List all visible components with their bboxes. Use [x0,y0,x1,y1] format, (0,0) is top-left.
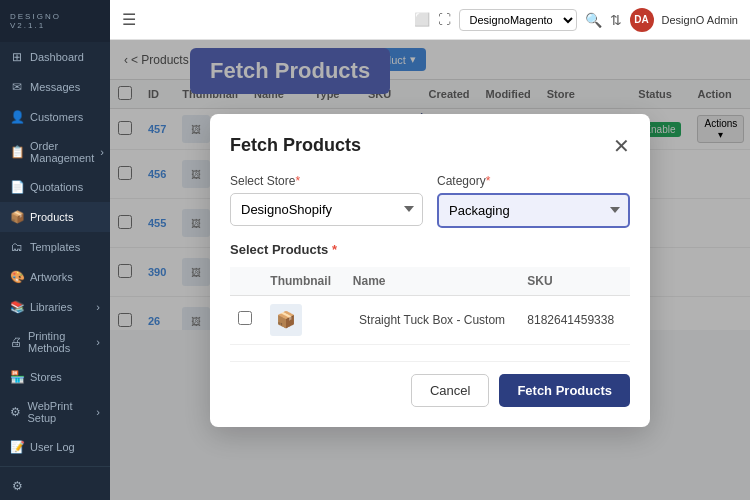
sidebar-item-user-log[interactable]: 📝 User Log [0,432,110,462]
modal-store-label: Select Store* [230,174,423,188]
fetch-products-modal: Fetch Products ✕ Select Store* DesignoSh… [210,114,650,427]
sidebar-item-customers[interactable]: 👤 Customers [0,102,110,132]
sidebar-item-label: Stores [30,371,62,383]
user-log-icon: 📝 [10,440,24,454]
sidebar-item-label: Dashboard [30,51,84,63]
sidebar-item-products[interactable]: 📦 Products [0,202,110,232]
modal-product-row: 📦 Straight Tuck Box - Custom 81826414593… [230,295,630,344]
messages-icon: ✉ [10,80,24,94]
sidebar-item-label: Products [30,211,73,223]
products-icon: 📦 [10,210,24,224]
modal-store-select[interactable]: DesignoShopify DesignoMagento [230,193,423,226]
chevron-right-icon: › [100,146,104,158]
sidebar-settings[interactable]: ⚙ [0,471,110,500]
modal-store-category-row: Select Store* DesignoShopify DesignoMage… [230,174,630,228]
templates-icon: 🗂 [10,240,24,254]
app-name: DESIGNO [10,12,100,21]
modal-row-checkbox-cell [230,295,262,344]
settings-icon: ⚙ [10,479,24,493]
chevron-right-icon: › [96,301,100,313]
store-required: * [295,174,300,188]
modal-store-field: Select Store* DesignoShopify DesignoMage… [230,174,423,228]
category-required: * [486,174,491,188]
chevron-right-icon: › [96,336,100,348]
sidebar-item-label: Messages [30,81,80,93]
modal-row-sku: 8182641459338 [519,295,630,344]
sidebar-item-label: User Log [30,441,75,453]
sidebar-item-label: Customers [30,111,83,123]
modal-products-table: Thumbnail Name SKU 📦 Straight Tuck Box -… [230,267,630,345]
admin-avatar: DA [630,8,654,32]
chevron-right-icon: › [96,406,100,418]
expand-icon[interactable]: ⬜ [414,12,430,27]
order-management-icon: 📋 [10,145,24,159]
sidebar-divider [0,466,110,467]
topbar-search-icon[interactable]: 🔍 [585,12,602,28]
sidebar-item-dashboard[interactable]: ⊞ Dashboard [0,42,110,72]
main-content: ☰ ⬜ ⛶ DesignoMagento DesignoShopify 🔍 ⇅ … [110,0,750,500]
app-version: V2.1.1 [10,21,100,30]
modal-category-field: Category* Packaging Business Cards Banne… [437,174,630,228]
sidebar-item-quotations[interactable]: 📄 Quotations [0,172,110,202]
sidebar-item-label: Order Management [30,140,94,164]
sidebar-item-libraries[interactable]: 📚 Libraries › [0,292,110,322]
modal-row-thumbnail: 📦 [262,295,345,344]
modal-header: Fetch Products ✕ [230,134,630,158]
sidebar-item-label: Printing Methods [28,330,90,354]
sidebar-item-label: WebPrint Setup [27,400,90,424]
modal-row-checkbox[interactable] [238,311,252,325]
sidebar-item-printing-methods[interactable]: 🖨 Printing Methods › [0,322,110,362]
sidebar-item-label: Artworks [30,271,73,283]
modal-close-button[interactable]: ✕ [613,134,630,158]
topbar-left: ☰ [122,10,136,29]
sidebar-item-templates[interactable]: 🗂 Templates [0,232,110,262]
customers-icon: 👤 [10,110,24,124]
sidebar-item-label: Libraries [30,301,72,313]
modal-row-name: Straight Tuck Box - Custom [345,295,519,344]
sidebar-item-order-management[interactable]: 📋 Order Management › [0,132,110,172]
modal-col-name: Name [345,267,519,296]
modal-footer: Cancel Fetch Products [230,361,630,407]
modal-col-sku: SKU [519,267,630,296]
artworks-icon: 🎨 [10,270,24,284]
topbar: ☰ ⬜ ⛶ DesignoMagento DesignoShopify 🔍 ⇅ … [110,0,750,40]
dashboard-icon: ⊞ [10,50,24,64]
select-products-section-label: Select Products * [230,242,630,257]
quotations-icon: 📄 [10,180,24,194]
webprint-icon: ⚙ [10,405,21,419]
fetch-products-button[interactable]: Fetch Products [499,374,630,407]
sidebar-item-label: Quotations [30,181,83,193]
topbar-right: ⬜ ⛶ DesignoMagento DesignoShopify 🔍 ⇅ DA… [414,8,738,32]
modal-category-select[interactable]: Packaging Business Cards Banners [437,193,630,228]
sidebar: DESIGNO V2.1.1 ⊞ Dashboard ✉ Messages 👤 … [0,0,110,500]
app-logo: DESIGNO V2.1.1 [0,0,110,42]
modal-overlay[interactable]: Fetch Products ✕ Select Store* DesignoSh… [110,40,750,500]
modal-col-check [230,267,262,296]
topbar-store-select[interactable]: DesignoMagento DesignoShopify [459,9,577,31]
modal-title: Fetch Products [230,135,361,156]
sidebar-item-messages[interactable]: ✉ Messages [0,72,110,102]
topbar-filter-icon[interactable]: ⇅ [610,12,622,28]
modal-category-label: Category* [437,174,630,188]
sidebar-item-artworks[interactable]: 🎨 Artworks [0,262,110,292]
admin-label: DesignO Admin [662,14,738,26]
sidebar-item-webprint-setup[interactable]: ⚙ WebPrint Setup › [0,392,110,432]
modal-col-thumbnail: Thumbnail [262,267,345,296]
sidebar-item-label: Templates [30,241,80,253]
libraries-icon: 📚 [10,300,24,314]
printing-icon: 🖨 [10,335,22,349]
sidebar-item-stores[interactable]: 🏪 Stores [0,362,110,392]
modal-thumbnail-image: 📦 [270,304,302,336]
products-area: ‹ < Products | Products ● + Add New Prod… [110,40,750,500]
hamburger-button[interactable]: ☰ [122,10,136,29]
fullscreen-icon[interactable]: ⛶ [438,12,451,27]
cancel-button[interactable]: Cancel [411,374,489,407]
stores-icon: 🏪 [10,370,24,384]
